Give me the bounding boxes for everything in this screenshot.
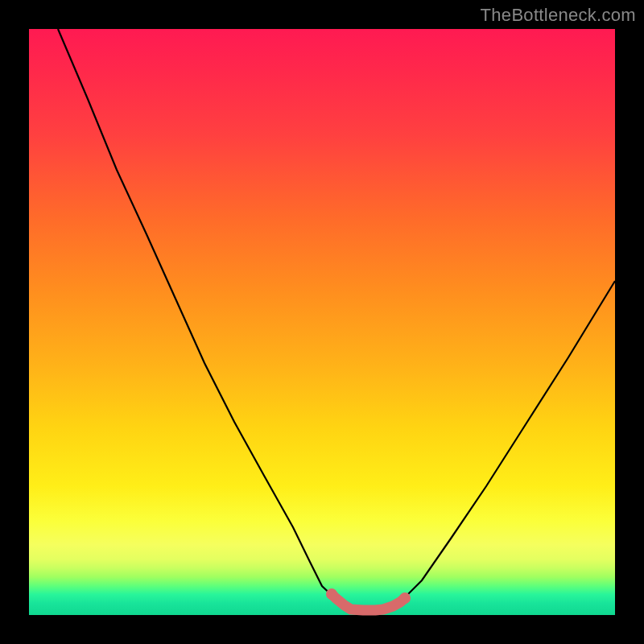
watermark-text: TheBottleneck.com [481, 5, 636, 26]
chart-frame: TheBottleneck.com [0, 0, 644, 644]
highlight-segment [332, 594, 405, 610]
curve-layer [29, 29, 615, 615]
highlight-dot-left [326, 588, 337, 600]
plot-area [29, 29, 615, 615]
highlight-dot-right [399, 592, 411, 604]
bottleneck-curve [58, 29, 615, 609]
